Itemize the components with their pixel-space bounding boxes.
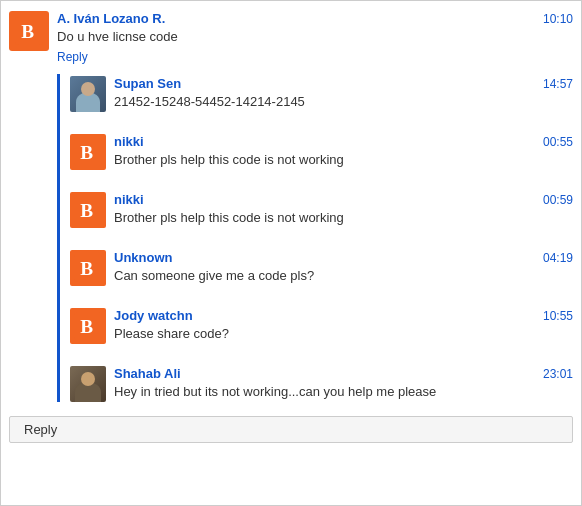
- reply-item: Supan Sen 14:57 21452-15248-54452-14214-…: [70, 74, 573, 112]
- comments-section: B A. Iván Lozano R. 10:10 Do u hve licns…: [0, 0, 582, 506]
- reply-text: Brother pls help this code is not workin…: [114, 209, 573, 227]
- reply-avatar-blogger: B: [70, 308, 106, 344]
- reply-author: Unknown: [114, 250, 173, 265]
- main-comment-header: A. Iván Lozano R. 10:10: [57, 11, 573, 26]
- reply-avatar-blogger: B: [70, 134, 106, 170]
- reply-body: Unknown 04:19 Can someone give me a code…: [114, 250, 573, 285]
- reply-body: nikki 00:59 Brother pls help this code i…: [114, 192, 573, 227]
- reply-author: nikki: [114, 134, 144, 149]
- reply-avatar-blogger: B: [70, 192, 106, 228]
- reply-item: B Unknown 04:19 Can someone give me a co…: [70, 242, 573, 286]
- reply-header: nikki 00:59: [114, 192, 573, 207]
- reply-item: B nikki 00:59 Brother pls help this code…: [70, 184, 573, 228]
- main-reply-link[interactable]: Reply: [57, 50, 88, 64]
- reply-author: Shahab Ali: [114, 366, 181, 381]
- svg-text:B: B: [80, 258, 93, 279]
- reply-body: Supan Sen 14:57 21452-15248-54452-14214-…: [114, 76, 573, 111]
- main-comment-body: A. Iván Lozano R. 10:10 Do u hve licnse …: [57, 11, 573, 64]
- main-comment-avatar: B: [9, 11, 49, 51]
- reply-body: nikki 00:55 Brother pls help this code i…: [114, 134, 573, 169]
- reply-time: 04:19: [543, 251, 573, 265]
- reply-header: Shahab Ali 23:01: [114, 366, 573, 381]
- reply-time: 14:57: [543, 77, 573, 91]
- reply-text: Please share code?: [114, 325, 573, 343]
- reply-header: nikki 00:55: [114, 134, 573, 149]
- reply-item: B nikki 00:55 Brother pls help this code…: [70, 126, 573, 170]
- reply-author: Supan Sen: [114, 76, 181, 91]
- reply-text: Brother pls help this code is not workin…: [114, 151, 573, 169]
- reply-header: Supan Sen 14:57: [114, 76, 573, 91]
- replies-list: Supan Sen 14:57 21452-15248-54452-14214-…: [57, 74, 573, 402]
- reply-avatar-supan: [70, 76, 106, 112]
- reply-item: Shahab Ali 23:01 Hey in tried but its no…: [70, 358, 573, 402]
- reply-avatar-shahab: [70, 366, 106, 402]
- reply-text: Can someone give me a code pls?: [114, 267, 573, 285]
- reply-author: nikki: [114, 192, 144, 207]
- reply-text: Hey in tried but its not working...can y…: [114, 383, 573, 401]
- main-comment-time: 10:10: [543, 12, 573, 26]
- svg-text:B: B: [80, 142, 93, 163]
- reply-header: Unknown 04:19: [114, 250, 573, 265]
- reply-avatar-blogger: B: [70, 250, 106, 286]
- reply-author: Jody watchn: [114, 308, 193, 323]
- svg-text:B: B: [80, 316, 93, 337]
- reply-time: 10:55: [543, 309, 573, 323]
- reply-body: Shahab Ali 23:01 Hey in tried but its no…: [114, 366, 573, 401]
- reply-header: Jody watchn 10:55: [114, 308, 573, 323]
- reply-item: B Jody watchn 10:55 Please share code?: [70, 300, 573, 344]
- reply-body: Jody watchn 10:55 Please share code?: [114, 308, 573, 343]
- svg-text:B: B: [80, 200, 93, 221]
- reply-time: 23:01: [543, 367, 573, 381]
- svg-text:B: B: [21, 21, 34, 42]
- main-comment-text: Do u hve licnse code: [57, 28, 573, 46]
- reply-text: 21452-15248-54452-14214-2145: [114, 93, 573, 111]
- main-comment-author: A. Iván Lozano R.: [57, 11, 165, 26]
- bottom-reply-button[interactable]: Reply: [9, 416, 573, 443]
- main-comment: B A. Iván Lozano R. 10:10 Do u hve licns…: [9, 11, 573, 68]
- reply-time: 00:55: [543, 135, 573, 149]
- reply-time: 00:59: [543, 193, 573, 207]
